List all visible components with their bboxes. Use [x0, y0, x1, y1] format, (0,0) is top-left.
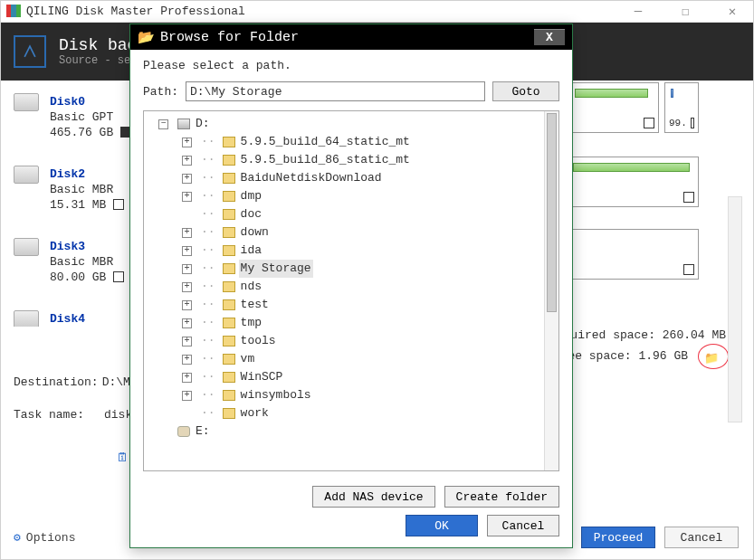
- browse-folder-dialog: 📂 Browse for Folder X Please select a pa…: [129, 24, 573, 548]
- tree-expand-icon[interactable]: +: [182, 300, 192, 310]
- tree-expand-icon[interactable]: +: [182, 355, 192, 365]
- tree-expand-icon[interactable]: +: [182, 156, 192, 166]
- tree-expand-icon[interactable]: +: [182, 391, 192, 401]
- tree-folder-label[interactable]: tools: [239, 332, 278, 350]
- tree-folder-label[interactable]: test: [239, 296, 271, 314]
- task-name-value: disk: [104, 408, 132, 422]
- folder-icon: [223, 155, 235, 166]
- tree-expand-icon[interactable]: +: [182, 174, 192, 184]
- disk-size: 15.31 MB: [50, 198, 106, 212]
- gear-icon: ⚙: [14, 530, 21, 545]
- partition-block[interactable]: 99.: [664, 82, 699, 133]
- dialog-prompt: Please select a path.: [143, 59, 559, 72]
- app-logo-icon: [6, 5, 21, 19]
- goto-button[interactable]: Goto: [492, 81, 559, 101]
- tree-expand-icon[interactable]: +: [182, 138, 192, 147]
- dialog-title: Browse for Folder: [160, 30, 299, 45]
- disk-type: Basic MBR: [50, 183, 140, 198]
- disk-size: 465.76 GB: [50, 126, 113, 139]
- cancel-button[interactable]: Cancel: [487, 515, 559, 536]
- path-label: Path:: [143, 85, 178, 99]
- tree-folder-label[interactable]: ida: [239, 242, 263, 260]
- tree-expand-icon[interactable]: +: [182, 264, 192, 274]
- tree-folder-label[interactable]: nds: [239, 278, 263, 296]
- tree-expand-icon[interactable]: +: [182, 373, 192, 383]
- options-link[interactable]: Options: [26, 531, 76, 545]
- tree-drive-label[interactable]: E:: [194, 422, 212, 441]
- folder-icon: [223, 318, 235, 328]
- proceed-button[interactable]: Proceed: [581, 527, 655, 548]
- folder-icon: [223, 191, 235, 202]
- tree-collapse-icon[interactable]: −: [158, 119, 168, 129]
- partition-checkbox[interactable]: [683, 264, 694, 275]
- disk-name: Disk2: [50, 167, 140, 183]
- required-space-label: uired space: 260.04 MB: [568, 325, 726, 346]
- disk-checkbox[interactable]: [113, 271, 124, 282]
- tree-expand-icon[interactable]: +: [182, 246, 192, 256]
- folder-tree: − D:+·· 5.9.5_build_64_static_mt+·· 5.9.…: [143, 110, 559, 471]
- partition-block[interactable]: [567, 229, 699, 280]
- scrollbar[interactable]: [728, 196, 742, 422]
- folder-open-icon: 📂: [138, 29, 155, 46]
- folder-icon: [223, 354, 235, 365]
- tree-folder-label[interactable]: WinSCP: [239, 368, 285, 386]
- dialog-close-button[interactable]: X: [534, 29, 565, 45]
- tree-folder-label[interactable]: dmp: [239, 187, 263, 205]
- folder-icon: [223, 408, 235, 419]
- tree-expand-icon[interactable]: +: [182, 337, 192, 346]
- drive-icon: [177, 426, 190, 437]
- disk-icon: [14, 93, 39, 111]
- partition-block[interactable]: [567, 157, 699, 207]
- schedule-icon[interactable]: 🗓: [117, 451, 129, 465]
- tree-folder-label[interactable]: BaiduNetdiskDownload: [239, 169, 384, 187]
- tree-folder-label[interactable]: 5.9.5_build_86_static_mt: [239, 151, 412, 169]
- disk-backup-icon: [14, 35, 46, 68]
- tree-folder-label[interactable]: vm: [239, 350, 257, 368]
- cancel-button[interactable]: Cancel: [664, 527, 739, 548]
- tree-folder-label[interactable]: doc: [239, 205, 263, 223]
- disk-name: Disk4: [50, 312, 140, 327]
- folder-icon: [223, 263, 235, 274]
- disk-size: 80.00 GB: [50, 271, 106, 284]
- partition-checkbox[interactable]: [644, 118, 654, 128]
- folder-icon: [223, 173, 235, 184]
- folder-icon: [223, 137, 235, 147]
- tree-drive-label[interactable]: D:: [194, 115, 212, 133]
- partition-checkbox[interactable]: [683, 192, 694, 203]
- ok-button[interactable]: OK: [406, 515, 478, 536]
- window-close-button[interactable]: ✕: [717, 4, 748, 19]
- tree-folder-label[interactable]: down: [239, 223, 271, 242]
- titlebar: QILING Disk Master Professional — ☐ ✕: [1, 1, 753, 23]
- create-folder-button[interactable]: Create folder: [444, 486, 559, 508]
- tree-expand-icon[interactable]: +: [182, 318, 192, 328]
- folder-icon: [223, 281, 235, 292]
- tree-folder-label[interactable]: My Storage: [239, 260, 313, 278]
- tree-folder-label[interactable]: tmp: [239, 314, 263, 332]
- folder-icon: [223, 227, 235, 238]
- path-input[interactable]: [186, 81, 485, 101]
- destination-label: Destination:: [14, 375, 99, 389]
- add-nas-button[interactable]: Add NAS device: [312, 486, 434, 508]
- browse-destination-icon[interactable]: 📁: [704, 348, 719, 369]
- window-maximize-button[interactable]: ☐: [670, 4, 701, 19]
- partition-checkbox[interactable]: [691, 118, 694, 128]
- tree-folder-label[interactable]: work: [239, 404, 271, 422]
- tree-folder-label[interactable]: winsymbols: [239, 386, 313, 404]
- scrollbar[interactable]: [544, 111, 558, 470]
- disk-type: Basic GPT: [50, 110, 140, 126]
- drive-icon: [177, 119, 190, 129]
- partition-block[interactable]: [568, 82, 659, 133]
- folder-icon: [223, 390, 235, 401]
- folder-icon: [223, 336, 235, 346]
- disk-icon: [14, 310, 39, 327]
- tree-expand-icon[interactable]: +: [182, 192, 192, 202]
- tree-expand-icon[interactable]: +: [182, 228, 192, 238]
- folder-icon: [223, 372, 235, 383]
- disk-name: Disk3: [50, 240, 140, 255]
- folder-icon: [223, 209, 235, 220]
- tree-expand-icon[interactable]: +: [182, 282, 192, 292]
- window-minimize-button[interactable]: —: [623, 4, 654, 19]
- disk-checkbox[interactable]: [113, 199, 124, 210]
- tree-folder-label[interactable]: 5.9.5_build_64_static_mt: [239, 133, 412, 151]
- partition-pct: 99.: [669, 118, 687, 128]
